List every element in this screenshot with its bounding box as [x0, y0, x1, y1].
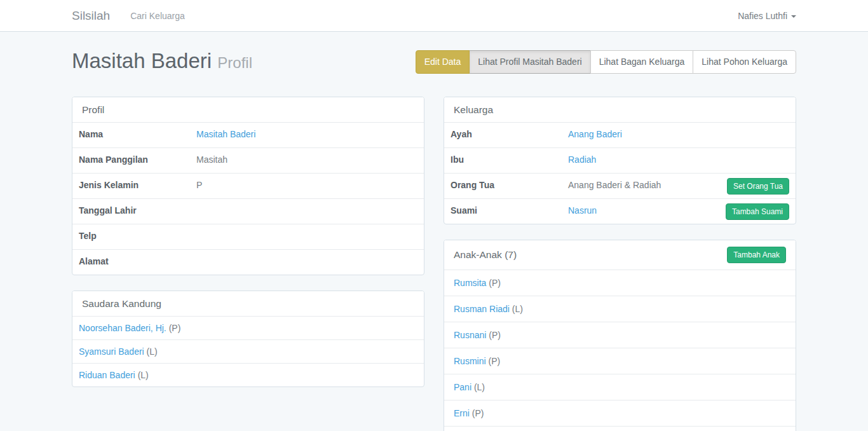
person-link[interactable]: Rusnani — [454, 330, 486, 340]
field-label: Telp — [72, 224, 190, 247]
table-row: Alamat — [72, 249, 424, 275]
table-row: Ibu Radiah — [444, 147, 796, 173]
table-row: Nama Masitah Baderi — [72, 122, 424, 147]
gender-label: (L) — [474, 382, 485, 392]
gender-label: (P) — [489, 278, 501, 288]
field-value — [190, 250, 424, 275]
gender-label: (L) — [512, 304, 523, 314]
person-link[interactable]: Nasrun — [568, 205, 597, 216]
gender-label: (P) — [169, 323, 181, 333]
person-link[interactable]: Rumsita — [454, 278, 486, 288]
page-title: Masitah Baderi Profil — [72, 48, 252, 76]
field-label: Jenis Kelamin — [72, 174, 190, 196]
profile-action-group: Edit Data Lihat Profil Masitah Baderi Li… — [416, 50, 796, 74]
table-row: Telp — [72, 224, 424, 249]
list-item: Rusmini (P) — [444, 348, 796, 374]
field-label: Suami — [444, 199, 562, 222]
user-name: Nafies Luthfi — [738, 11, 787, 21]
field-label: Ibu — [444, 148, 562, 171]
page-header: Masitah Baderi Profil Edit Data Lihat Pr… — [72, 48, 796, 76]
set-orang-tua-button[interactable]: Set Orang Tua — [727, 178, 789, 195]
gender-label: (P) — [488, 356, 500, 366]
field-value: P — [190, 174, 424, 198]
anak-anak-panel: Anak-Anak (7) Tambah Anak Rumsita (P) Ru… — [444, 240, 796, 431]
table-row: Nama Panggilan Masitah — [72, 147, 424, 173]
field-value — [190, 199, 424, 224]
panel-title: Anak-Anak (7) — [454, 249, 517, 261]
table-row: Jenis Kelamin P — [72, 173, 424, 198]
person-name-title: Masitah Baderi — [72, 49, 212, 72]
table-row: Tanggal Lahir — [72, 198, 424, 224]
panel-title: Keluarga — [454, 104, 493, 116]
person-link[interactable]: Riduan Baderi — [79, 370, 135, 380]
person-link[interactable]: Pani — [454, 382, 471, 392]
list-item: Riduan Baderi (L) — [72, 363, 424, 387]
lihat-pohon-keluarga-button[interactable]: Lihat Pohon Keluarga — [693, 50, 796, 74]
panel-title: Profil — [82, 104, 104, 116]
field-label: Nama — [72, 123, 190, 146]
field-label: Ayah — [444, 123, 562, 146]
person-link[interactable]: Masitah Baderi — [196, 129, 255, 139]
list-item: Noorsehan Baderi, Hj. (P) — [72, 316, 424, 339]
saudara-panel-heading: Saudara Kandung — [72, 291, 424, 316]
field-value: Masitah — [190, 148, 424, 173]
field-value: Anang Baderi & Radiah — [562, 174, 721, 198]
list-item: Pani (L) — [444, 374, 796, 400]
person-link[interactable]: Syamsuri Baderi — [79, 346, 144, 357]
panel-title: Saudara Kandung — [82, 298, 161, 310]
edit-data-button[interactable]: Edit Data — [416, 50, 470, 74]
list-item: Syamsuri Baderi (L) — [72, 339, 424, 363]
gender-label: (L) — [147, 346, 158, 357]
lihat-profil-button[interactable]: Lihat Profil Masitah Baderi — [469, 50, 590, 74]
person-link[interactable]: Erni — [454, 408, 470, 418]
field-label: Orang Tua — [444, 174, 562, 196]
gender-label: (P) — [472, 408, 484, 418]
field-label: Nama Panggilan — [72, 148, 190, 171]
page-subtitle: Profil — [217, 54, 252, 71]
lihat-bagan-keluarga-button[interactable]: Lihat Bagan Keluarga — [590, 50, 694, 74]
nav-link-cari-keluarga[interactable]: Cari Keluarga — [130, 11, 185, 21]
field-label: Alamat — [72, 250, 190, 273]
saudara-kandung-panel: Saudara Kandung Noorsehan Baderi, Hj. (P… — [72, 291, 424, 387]
list-item: Erni (P) — [444, 400, 796, 426]
profil-panel: Profil Nama Masitah Baderi Nama Panggila… — [72, 97, 424, 275]
gender-label: (L) — [138, 370, 149, 380]
table-row: Suami Nasrun Tambah Suami — [444, 198, 796, 224]
tambah-suami-button[interactable]: Tambah Suami — [726, 203, 789, 220]
person-link[interactable]: Rusmini — [454, 356, 486, 366]
keluarga-panel: Keluarga Ayah Anang Baderi Ibu Radiah Or… — [444, 97, 796, 224]
brand-link[interactable]: Silsilah — [72, 9, 110, 23]
anak-panel-heading: Anak-Anak (7) Tambah Anak — [444, 240, 796, 270]
caret-down-icon — [791, 15, 796, 18]
person-link[interactable]: Anang Baderi — [568, 129, 622, 139]
profil-panel-heading: Profil — [72, 97, 424, 122]
person-link[interactable]: Noorsehan Baderi, Hj. — [79, 323, 166, 333]
field-value — [190, 224, 424, 249]
tambah-anak-button[interactable]: Tambah Anak — [727, 247, 786, 263]
field-label: Tanggal Lahir — [72, 199, 190, 222]
gender-label: (P) — [489, 330, 501, 340]
list-item: Rusman Riadi (L) — [444, 296, 796, 322]
table-row: Ayah Anang Baderi — [444, 122, 796, 147]
keluarga-panel-heading: Keluarga — [444, 97, 796, 122]
person-link[interactable]: Radiah — [568, 154, 596, 165]
person-link[interactable]: Rusman Riadi — [454, 304, 510, 314]
navbar: Silsilah Cari Keluarga Nafies Luthfi — [0, 0, 868, 32]
list-item-partial — [444, 426, 796, 431]
list-item: Rumsita (P) — [444, 270, 796, 296]
table-row: Orang Tua Anang Baderi & Radiah Set Oran… — [444, 173, 796, 198]
user-dropdown[interactable]: Nafies Luthfi — [738, 11, 796, 21]
list-item: Rusnani (P) — [444, 322, 796, 348]
